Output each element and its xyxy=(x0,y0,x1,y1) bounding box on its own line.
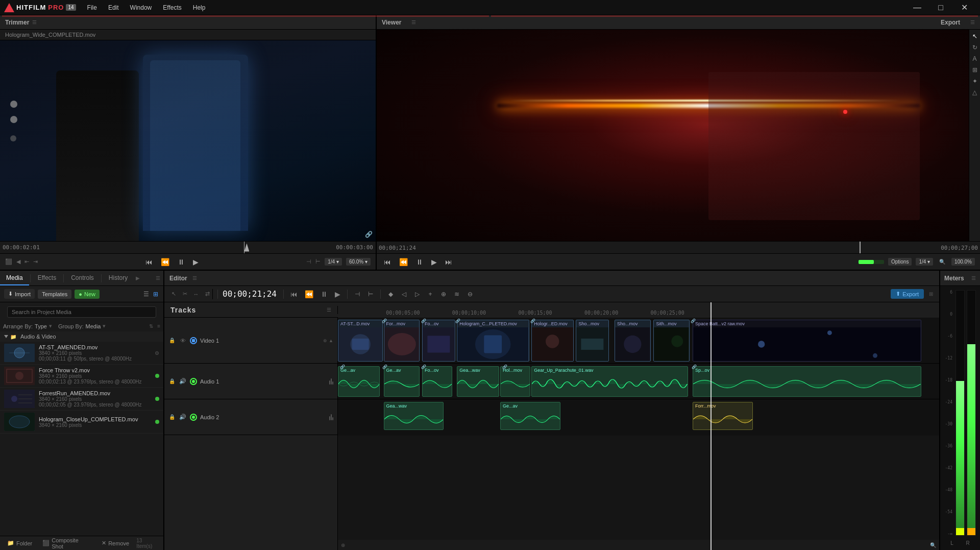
editor-menu-icon[interactable]: ☰ xyxy=(192,275,197,281)
video-clip-6[interactable]: Sho...mov xyxy=(576,320,609,362)
viewer-options[interactable]: Options xyxy=(888,258,912,266)
menu-file[interactable]: File xyxy=(82,2,102,13)
razor-icon[interactable]: ✂ xyxy=(180,289,190,299)
audio-clip-1-2[interactable]: Ge...av xyxy=(384,366,420,397)
menu-help[interactable]: Help xyxy=(188,2,211,13)
quad-tool-icon[interactable]: ⊞ xyxy=(970,65,979,75)
editor-step-back[interactable]: ⏪ xyxy=(303,289,315,299)
trimmer-step-back[interactable]: ⏪ xyxy=(159,257,172,267)
viewer-timeline[interactable]: 00;00;21;24 00;00;27;00 xyxy=(377,241,980,253)
close-button[interactable]: ✕ xyxy=(952,0,976,15)
audio1-mute-icon[interactable]: 🔊 xyxy=(179,377,187,386)
tab-effects[interactable]: Effects xyxy=(32,271,62,285)
video-clip-9[interactable]: Space Batt...v2 raw.mov xyxy=(693,320,921,362)
editor-expand-icon[interactable]: ⊞ xyxy=(927,291,935,297)
snap-icon[interactable]: ⊕ xyxy=(438,289,449,299)
viewer-prev-frame[interactable]: ⏮ xyxy=(382,257,393,267)
set-out-icon[interactable]: ⊢ xyxy=(365,289,376,299)
trimmer-quality[interactable]: 1/4 ▾ xyxy=(325,258,342,266)
folder-button[interactable]: 📁 Folder xyxy=(4,539,35,547)
audio-clip-1-5[interactable]: Hol...mov xyxy=(500,366,530,397)
media-item-2[interactable]: Force Throw v2.mov 3840 × 2160 pixels 00… xyxy=(0,365,163,388)
timeline-add-track-icon[interactable]: ⊕ xyxy=(341,542,345,548)
video-clip-7[interactable]: Sho...mov xyxy=(615,320,651,362)
video-clip-5[interactable]: Hologr...ED.mov xyxy=(531,320,573,362)
track-add-arrow-icon[interactable]: ⊕ xyxy=(323,338,327,343)
trimmer-prev-frame[interactable]: ⏮ xyxy=(143,257,155,267)
audio-clip-1-4[interactable]: Gea...wav xyxy=(457,366,499,397)
rotate-tool-icon[interactable]: ↻ xyxy=(970,43,979,52)
mask-tool-icon[interactable]: △ xyxy=(970,88,979,97)
trimmer-mark-out[interactable]: ⊢ xyxy=(315,258,321,265)
video-visibility-icon[interactable]: 👁 xyxy=(179,337,187,345)
group-dropdown-icon[interactable]: ▾ xyxy=(103,323,106,329)
timeline-zoom-icon[interactable]: 🔍 xyxy=(930,542,936,548)
meters-menu-icon[interactable]: ☰ xyxy=(971,275,976,281)
trimmer-pause[interactable]: ⏸ xyxy=(176,257,187,267)
select-icon[interactable]: ↖ xyxy=(168,289,179,299)
viewer-step-back[interactable]: ⏪ xyxy=(397,257,410,267)
audio-clip-2-1[interactable]: Gea...wav xyxy=(384,402,444,430)
editor-play[interactable]: ▶ xyxy=(333,289,342,299)
trimmer-icon-1[interactable]: ⬛ xyxy=(5,258,12,265)
text-tool-icon[interactable]: A xyxy=(970,54,979,63)
editor-pause[interactable]: ⏸ xyxy=(318,289,330,299)
media-group-audio-video[interactable]: 📁 Audio & Video xyxy=(0,331,163,342)
audio1-lock-icon[interactable]: 🔒 xyxy=(168,378,176,385)
handle-3[interactable] xyxy=(10,135,16,141)
media-item-4[interactable]: Hologram_CloseUp_COMPLETED.mov 3840 × 21… xyxy=(0,411,163,434)
minimize-button[interactable]: — xyxy=(905,0,929,15)
arrange-dropdown-icon[interactable]: ▾ xyxy=(49,323,52,329)
menu-edit[interactable]: Edit xyxy=(103,2,124,13)
track-collapse-icon[interactable]: ▲ xyxy=(329,338,333,343)
trimmer-zoom[interactable]: 60.0% ▾ xyxy=(346,258,371,266)
list-view-icon[interactable]: ☰ xyxy=(142,290,150,299)
media-settings-1[interactable]: ⚙ xyxy=(155,350,159,356)
handle-2[interactable] xyxy=(10,116,17,123)
video-clip-3[interactable]: Fo...ov xyxy=(422,320,455,362)
viewer-zoom-out[interactable]: 🔍 xyxy=(937,258,947,266)
composite-shot-button[interactable]: ⬛ Composite Shot xyxy=(39,536,94,551)
video-clip-1[interactable]: AT-ST...D.mov xyxy=(338,320,383,362)
trimmer-icon-4[interactable]: ⇥ xyxy=(33,258,38,265)
sort-icon[interactable]: ⇅ xyxy=(149,323,153,329)
viewer-menu-icon[interactable]: ☰ xyxy=(411,19,416,25)
viewer-pause[interactable]: ⏸ xyxy=(414,257,425,267)
next-keyframe-icon[interactable]: ▷ xyxy=(412,289,422,299)
trimmer-menu-icon[interactable]: ☰ xyxy=(32,19,37,25)
viewer-zoom-level[interactable]: 100.0% xyxy=(951,258,975,266)
tab-media[interactable]: Media xyxy=(0,271,29,285)
search-input[interactable] xyxy=(7,306,156,318)
tab-controls[interactable]: Controls xyxy=(65,271,100,285)
tab-history[interactable]: History xyxy=(103,271,134,285)
set-in-icon[interactable]: ⊣ xyxy=(352,289,362,299)
select-tool-icon[interactable]: ↖ xyxy=(970,32,979,41)
keyframe-icon[interactable]: ◆ xyxy=(385,289,396,299)
video-clip-2[interactable]: For...mov xyxy=(384,320,420,362)
menu-window[interactable]: Window xyxy=(125,2,157,13)
viewer-quality[interactable]: 1/4 ▾ xyxy=(916,258,933,266)
audio-clip-1-7[interactable]: Sp...ov xyxy=(693,366,921,397)
grid-view-icon[interactable]: ⊞ xyxy=(152,290,159,299)
video-lock-icon[interactable]: 🔒 xyxy=(168,337,176,344)
audio-clip-1-1[interactable]: Ge...av xyxy=(338,366,380,397)
media-item-3[interactable]: ForrestRun_AMENDED.mov 3840 × 2160 pixel… xyxy=(0,388,163,411)
audio-clip-2-3[interactable]: Forr...mov xyxy=(693,402,753,430)
audio-clip-1-3[interactable]: Fo...ov xyxy=(422,366,452,397)
menu-effects[interactable]: Effects xyxy=(158,2,186,13)
viewer-next-frame[interactable]: ⏭ xyxy=(443,257,454,267)
new-button[interactable]: ● New xyxy=(75,290,100,299)
sidebar-tabs-menu[interactable]: ☰ xyxy=(153,275,163,281)
editor-prev-marker[interactable]: ⏮ xyxy=(288,289,300,299)
arrange-by-value[interactable]: Type xyxy=(35,323,47,329)
remove-button[interactable]: ✕ Remove xyxy=(99,539,132,547)
trimmer-icon-2[interactable]: ◀ xyxy=(16,258,20,265)
ripple-icon[interactable]: ≋ xyxy=(452,289,462,299)
templates-button[interactable]: Templates xyxy=(38,290,71,299)
tracks-menu-icon[interactable]: ☰ xyxy=(327,307,331,313)
trimmer-play[interactable]: ▶ xyxy=(191,257,201,267)
export-menu-icon[interactable]: ☰ xyxy=(970,19,975,25)
audio-clip-2-2[interactable]: Ge...av xyxy=(500,402,560,430)
trimmer-mark-in[interactable]: ⊣ xyxy=(306,258,311,265)
slide-icon[interactable]: ⇄ xyxy=(202,289,212,299)
